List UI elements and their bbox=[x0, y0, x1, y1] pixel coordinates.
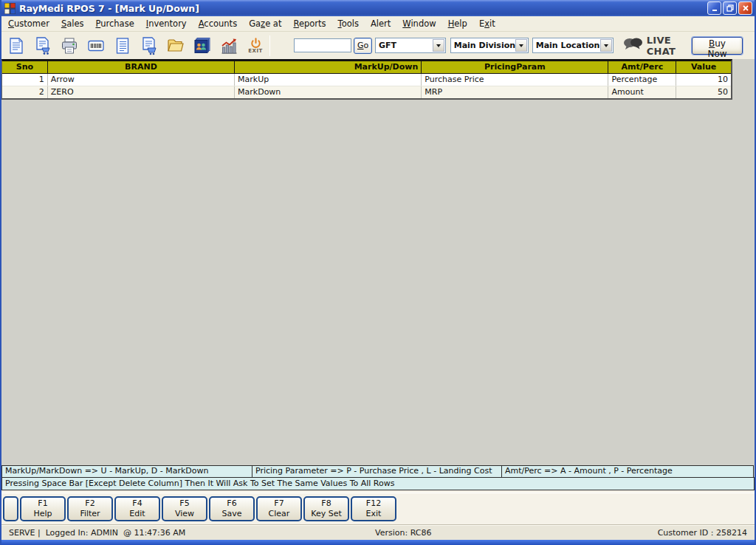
chevron-down-icon[interactable] bbox=[433, 39, 444, 52]
menu-tools[interactable]: Tools bbox=[332, 17, 365, 30]
fkey-f5-button[interactable]: F5View bbox=[162, 496, 207, 521]
fkey-key: F6 bbox=[227, 498, 236, 509]
status-bar: SERVE | Logged In: ADMIN @ 11:47:36 AM V… bbox=[1, 524, 755, 540]
toolbar: EXIT Go GFT Main Division Main Location bbox=[1, 32, 755, 59]
cell-sno: 2 bbox=[2, 86, 48, 98]
window-bottom-border bbox=[1, 540, 755, 545]
purchase-icon[interactable] bbox=[138, 35, 160, 57]
fkey-key: F12 bbox=[366, 498, 381, 509]
print-icon[interactable] bbox=[58, 35, 80, 57]
fkey-key: F2 bbox=[85, 498, 94, 509]
close-icon[interactable] bbox=[738, 1, 752, 15]
menu-customer[interactable]: Customer bbox=[2, 17, 55, 30]
location-select[interactable]: Main Location bbox=[532, 38, 614, 53]
cell-sno: 1 bbox=[2, 74, 48, 86]
app-window: RayMedi RPOS 7 - [Mark Up/Down] Customer… bbox=[0, 0, 756, 545]
cell-amt-perc: Percentage bbox=[608, 74, 676, 86]
cell-markup-down: MarkDown bbox=[235, 86, 422, 98]
location-select-value: Main Location bbox=[533, 41, 600, 50]
status-logged-in: SERVE | Logged In: ADMIN @ 11:47:36 AM bbox=[9, 528, 375, 538]
fkey-key: F8 bbox=[321, 498, 331, 509]
fkey-label: Edit bbox=[129, 509, 145, 519]
fkey-key: F7 bbox=[274, 498, 284, 509]
markup-grid: SnoBRANDMarkUp/DownPricingParamAmt/PercV… bbox=[1, 59, 732, 100]
toolbar-separator bbox=[269, 35, 270, 56]
function-key-bar: F1HelpF2FilterF4EditF5ViewF6SaveF7ClearF… bbox=[1, 490, 755, 524]
menu-inventory[interactable]: Inventory bbox=[140, 17, 193, 30]
table-row[interactable]: 2ZEROMarkDownMRPAmount50 bbox=[2, 86, 731, 98]
table-body: 1ArrowMarkUpPurchase PricePercentage102Z… bbox=[2, 74, 731, 98]
minimize-icon[interactable] bbox=[707, 1, 721, 15]
company-select-value: GFT bbox=[376, 41, 433, 50]
table-row[interactable]: 1ArrowMarkUpPurchase PricePercentage10 bbox=[2, 74, 731, 86]
buy-now-button[interactable]: Buy Now bbox=[692, 37, 743, 55]
barcode-icon[interactable] bbox=[85, 35, 107, 57]
cell-brand: ZERO bbox=[48, 86, 235, 98]
hint-row-2: Pressing Space Bar [Except Delete Column… bbox=[1, 477, 755, 490]
fkey-f4-button[interactable]: F4Edit bbox=[114, 496, 160, 521]
exit-icon-caption: EXIT bbox=[248, 49, 263, 54]
chat-bubbles-icon bbox=[622, 37, 643, 54]
exit-icon[interactable]: EXIT bbox=[244, 35, 267, 57]
menu-window[interactable]: Window bbox=[396, 17, 441, 30]
live-chat-label: LIVE CHAT bbox=[647, 35, 692, 57]
fkey-f1-button[interactable]: F1Help bbox=[20, 496, 66, 521]
fkey-label: Filter bbox=[80, 509, 100, 519]
search-input[interactable] bbox=[294, 38, 351, 52]
fkey-key: F1 bbox=[38, 498, 47, 509]
menu-sales[interactable]: Sales bbox=[55, 17, 90, 30]
menu-exit[interactable]: Exit bbox=[473, 17, 501, 30]
window-controls bbox=[707, 1, 752, 15]
app-logo-icon bbox=[4, 3, 16, 14]
fkey-f12-button[interactable]: F12Exit bbox=[351, 496, 396, 521]
go-button[interactable]: Go bbox=[354, 38, 372, 54]
company-select[interactable]: GFT bbox=[375, 38, 446, 53]
menu-help[interactable]: Help bbox=[442, 17, 473, 30]
open-folder-icon[interactable] bbox=[165, 35, 187, 57]
toolbar-icons: EXIT bbox=[5, 35, 267, 57]
fkey-label: Exit bbox=[366, 509, 382, 519]
menu-alert[interactable]: Alert bbox=[365, 17, 396, 30]
menubar: CustomerSalesPurchaseInventoryAccountsGa… bbox=[1, 16, 755, 32]
accounts-icon[interactable] bbox=[191, 35, 213, 57]
division-select[interactable]: Main Division bbox=[450, 38, 529, 53]
col-header-pricingparam: PricingParam bbox=[422, 61, 608, 73]
fkey-blank-button[interactable] bbox=[3, 496, 18, 521]
title-bar: RayMedi RPOS 7 - [Mark Up/Down] bbox=[1, 0, 755, 16]
hint-row-1: MarkUp/MarkDown => U - MarkUp, D - MarkD… bbox=[1, 465, 755, 478]
fkey-key: F5 bbox=[179, 498, 189, 509]
menu-gaze-at[interactable]: Gaze at bbox=[243, 17, 287, 30]
cell-pricingparam: Purchase Price bbox=[422, 74, 608, 86]
fkey-label: View bbox=[175, 509, 194, 519]
cell-brand: Arrow bbox=[48, 74, 235, 86]
sales-icon[interactable] bbox=[32, 35, 54, 57]
fkey-f6-button[interactable]: F6Save bbox=[209, 496, 255, 521]
menu-accounts[interactable]: Accounts bbox=[193, 17, 243, 30]
chevron-down-icon[interactable] bbox=[600, 39, 612, 52]
cell-pricingparam: MRP bbox=[422, 86, 608, 98]
chart-icon[interactable] bbox=[218, 35, 240, 57]
cell-value: 50 bbox=[676, 86, 731, 98]
live-chat-link[interactable]: LIVE CHAT bbox=[622, 35, 692, 57]
cell-markup-down: MarkUp bbox=[235, 74, 422, 86]
col-header-brand: BRAND bbox=[48, 61, 235, 73]
billing-icon[interactable] bbox=[5, 35, 27, 57]
restore-icon[interactable] bbox=[723, 1, 737, 15]
fkey-f7-button[interactable]: F7Clear bbox=[256, 496, 302, 521]
table-header: SnoBRANDMarkUp/DownPricingParamAmt/PercV… bbox=[2, 61, 731, 74]
menu-reports[interactable]: Reports bbox=[287, 17, 331, 30]
hint-markup-markdown: MarkUp/MarkDown => U - MarkUp, D - MarkD… bbox=[1, 465, 252, 478]
fkey-label: Save bbox=[221, 509, 241, 519]
status-customer-id: Customer ID : 258214 bbox=[658, 528, 747, 538]
status-version: Version: RC86 bbox=[375, 528, 658, 538]
fkey-label: Clear bbox=[269, 509, 290, 519]
inventory-icon[interactable] bbox=[111, 35, 134, 57]
cell-amt-perc: Amount bbox=[608, 86, 676, 98]
fkey-label: Help bbox=[33, 509, 52, 519]
fkey-label: Key Set bbox=[311, 509, 342, 519]
fkey-f2-button[interactable]: F2Filter bbox=[67, 496, 113, 521]
chevron-down-icon[interactable] bbox=[515, 39, 527, 52]
col-header-sno: Sno bbox=[2, 61, 48, 73]
fkey-f8-button[interactable]: F8Key Set bbox=[303, 496, 349, 521]
menu-purchase[interactable]: Purchase bbox=[90, 17, 140, 30]
